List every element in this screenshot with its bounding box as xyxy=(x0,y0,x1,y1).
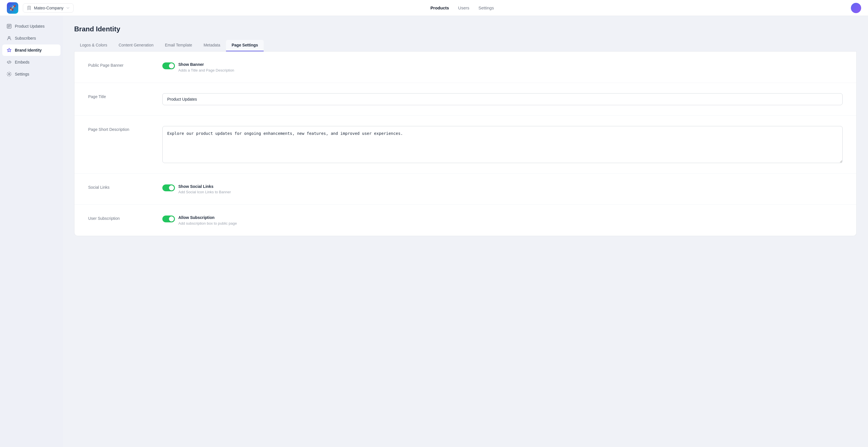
section-control-page-title xyxy=(162,93,843,105)
embeds-icon xyxy=(6,59,12,65)
sidebar: Product Updates Subscribers Brand Identi… xyxy=(0,16,63,447)
sidebar-item-subscribers[interactable]: Subscribers xyxy=(2,33,61,44)
toggle-show-social-links[interactable] xyxy=(162,184,175,191)
sidebar-label-brand-identity: Brand Identity xyxy=(15,48,42,53)
tab-content-generation[interactable]: Content Generation xyxy=(113,40,159,51)
settings-icon xyxy=(6,71,12,77)
section-page-title: Page Title xyxy=(74,83,856,116)
toggle-desc-banner: Adds a Title and Page Description xyxy=(178,68,234,72)
svg-point-1 xyxy=(8,36,10,38)
sidebar-item-embeds[interactable]: Embeds xyxy=(2,57,61,68)
tab-logos-colors[interactable]: Logos & Colors xyxy=(74,40,113,51)
toggle-text-subscription: Allow Subscription Add subscription box … xyxy=(178,215,237,226)
main-nav: Products Users Settings xyxy=(73,5,851,10)
sidebar-label-subscribers: Subscribers xyxy=(15,36,36,40)
section-page-description: Page Short Description Explore our produ… xyxy=(74,116,856,174)
company-name: Mateo-Company xyxy=(34,6,64,10)
section-label-page-title: Page Title xyxy=(88,93,151,99)
user-avatar[interactable] xyxy=(851,3,861,13)
nav-products[interactable]: Products xyxy=(431,5,449,10)
section-social-links: Social Links Show Social Links Add Socia… xyxy=(74,174,856,205)
building-icon xyxy=(27,5,32,10)
sidebar-label-product-updates: Product Updates xyxy=(15,24,44,29)
top-navigation: 🚀 Mateo-Company Products Users Settings xyxy=(0,0,868,16)
toggle-text-social: Show Social Links Add Social Icon Links … xyxy=(178,184,231,195)
section-label-social: Social Links xyxy=(88,184,151,190)
section-control-banner: Show Banner Adds a Title and Page Descri… xyxy=(162,62,843,72)
toggle-text-banner: Show Banner Adds a Title and Page Descri… xyxy=(178,62,234,72)
tab-page-settings[interactable]: Page Settings xyxy=(226,40,264,51)
section-control-social: Show Social Links Add Social Icon Links … xyxy=(162,184,843,195)
toggle-allow-subscription[interactable] xyxy=(162,215,175,222)
product-updates-icon xyxy=(6,23,12,29)
svg-point-2 xyxy=(8,74,10,75)
sidebar-item-brand-identity[interactable]: Brand Identity xyxy=(2,44,61,56)
sidebar-label-settings: Settings xyxy=(15,72,29,76)
nav-settings[interactable]: Settings xyxy=(478,5,494,10)
subscribers-icon xyxy=(6,35,12,41)
content-area: Public Page Banner Show Banner Adds a Ti… xyxy=(74,51,857,236)
main-content: Brand Identity Logos & Colors Content Ge… xyxy=(63,16,868,447)
toggle-title-banner: Show Banner xyxy=(178,62,234,68)
brand-identity-icon xyxy=(6,47,12,53)
company-selector[interactable]: Mateo-Company xyxy=(23,3,73,12)
section-public-page-banner: Public Page Banner Show Banner Adds a Ti… xyxy=(74,51,856,83)
sidebar-item-settings[interactable]: Settings xyxy=(2,68,61,80)
section-user-subscription: User Subscription Allow Subscription Add… xyxy=(74,205,856,236)
section-label-banner: Public Page Banner xyxy=(88,62,151,68)
chevron-down-icon xyxy=(66,6,70,10)
section-label-subscription: User Subscription xyxy=(88,215,151,221)
toggle-row-social: Show Social Links Add Social Icon Links … xyxy=(162,184,843,195)
toggle-show-banner[interactable] xyxy=(162,62,175,69)
toggle-title-subscription: Allow Subscription xyxy=(178,215,237,221)
toggle-desc-social: Add Social Icon Links to Banner xyxy=(178,190,231,194)
tab-metadata[interactable]: Metadata xyxy=(198,40,226,51)
page-title-input[interactable] xyxy=(162,93,843,105)
nav-users[interactable]: Users xyxy=(458,5,469,10)
app-logo[interactable]: 🚀 xyxy=(7,2,18,14)
tab-email-template[interactable]: Email Template xyxy=(159,40,198,51)
toggle-title-social: Show Social Links xyxy=(178,184,231,190)
sidebar-item-product-updates[interactable]: Product Updates xyxy=(2,21,61,32)
tab-bar: Logos & Colors Content Generation Email … xyxy=(74,40,857,51)
section-label-description: Page Short Description xyxy=(88,126,151,132)
toggle-row-subscription: Allow Subscription Add subscription box … xyxy=(162,215,843,226)
app-layout: Product Updates Subscribers Brand Identi… xyxy=(0,0,868,447)
section-control-description: Explore our product updates for ongoing … xyxy=(162,126,843,163)
toggle-row-banner: Show Banner Adds a Title and Page Descri… xyxy=(162,62,843,72)
page-description-textarea[interactable]: Explore our product updates for ongoing … xyxy=(162,126,843,163)
page-title: Brand Identity xyxy=(74,25,857,33)
toggle-desc-subscription: Add subscription box to public page xyxy=(178,221,237,226)
sidebar-label-embeds: Embeds xyxy=(15,60,29,64)
section-control-subscription: Allow Subscription Add subscription box … xyxy=(162,215,843,226)
